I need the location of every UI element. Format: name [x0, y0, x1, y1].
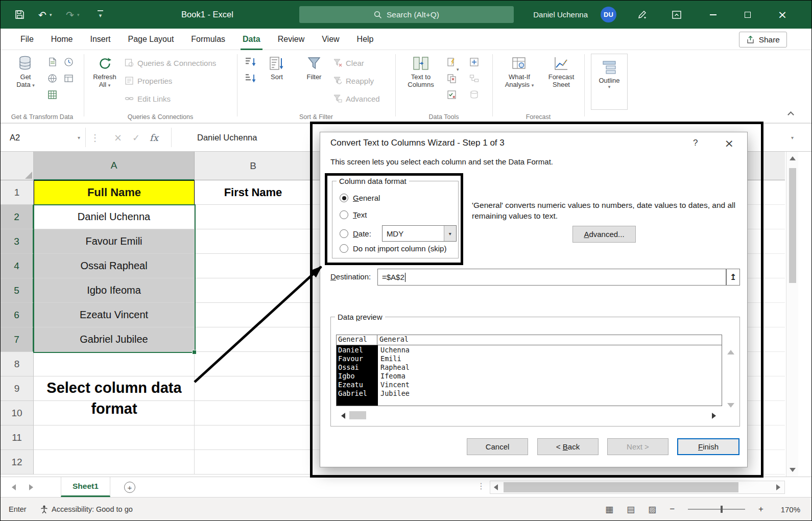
sort-button[interactable]: Sort	[262, 54, 292, 81]
horizontal-scrollbar[interactable]	[490, 481, 785, 494]
preview-scroll-down-icon[interactable]	[727, 403, 734, 408]
cell-a8[interactable]	[34, 352, 195, 376]
cell-b9[interactable]	[195, 376, 312, 401]
scroll-up-icon[interactable]	[790, 156, 796, 160]
select-all-corner[interactable]	[1, 152, 34, 180]
row-header-11[interactable]: 11	[1, 425, 34, 450]
zoom-in-button[interactable]: +	[758, 504, 763, 514]
cell-a11[interactable]	[34, 425, 195, 450]
cell-a1[interactable]: Full Name	[34, 180, 195, 205]
clear-filter-item[interactable]: Clear	[333, 56, 364, 69]
tab-formulas[interactable]: Formulas	[182, 29, 234, 50]
cell-a4[interactable]: Ossai Rapheal	[34, 254, 195, 278]
data-validation-dropdown-icon[interactable]: ▾	[457, 63, 459, 76]
zoom-level[interactable]: 170%	[777, 505, 800, 514]
radio-skip-column[interactable]: Do not import column (skip)	[340, 244, 446, 253]
properties-item[interactable]: Properties	[125, 74, 172, 87]
save-icon[interactable]	[15, 1, 25, 29]
cell-b12[interactable]	[195, 450, 312, 475]
row-header-4[interactable]: 4	[1, 254, 34, 278]
from-text-csv-icon[interactable]	[45, 55, 59, 68]
text-to-columns-button[interactable]: Text to Columns	[402, 54, 440, 88]
row-header-2[interactable]: 2	[1, 205, 34, 229]
existing-connections-icon[interactable]	[62, 72, 75, 85]
sort-descending-icon[interactable]	[244, 72, 257, 85]
cell-a12[interactable]	[34, 450, 195, 475]
normal-view-icon[interactable]: ▦	[605, 504, 613, 514]
vertical-scroll-thumb[interactable]	[789, 168, 796, 283]
preview-col2-header[interactable]: General	[377, 335, 722, 345]
manage-data-model-icon[interactable]	[467, 88, 481, 101]
date-format-select[interactable]: MDY ▾	[382, 225, 457, 242]
reapply-filter-item[interactable]: Reapply	[333, 74, 374, 87]
preview-hscroll-thumb[interactable]	[349, 411, 366, 419]
data-validation-icon[interactable]	[445, 88, 458, 101]
cell-b8[interactable]	[195, 352, 312, 376]
tab-data[interactable]: Data	[234, 29, 269, 50]
row-header-5[interactable]: 5	[1, 278, 34, 303]
preview-scroll-left-icon[interactable]	[341, 413, 345, 419]
collapse-ribbon-icon[interactable]	[787, 111, 794, 118]
cell-b7[interactable]	[195, 327, 312, 352]
accessibility-status[interactable]: Accessibility: Good to go	[40, 505, 133, 514]
sheet-nav-right-icon[interactable]	[29, 484, 33, 490]
column-header-a[interactable]: A	[34, 152, 195, 180]
advanced-filter-item[interactable]: Advanced	[333, 92, 380, 105]
destination-input[interactable]: =$A$2	[377, 269, 726, 286]
zoom-slider[interactable]	[688, 506, 745, 513]
cell-b3[interactable]	[195, 229, 312, 254]
cell-a5[interactable]: Igbo Ifeoma	[34, 278, 195, 303]
name-box[interactable]: A2 ▾	[1, 124, 85, 151]
back-button[interactable]: < Back	[537, 438, 599, 455]
undo-icon[interactable]: ↶	[38, 1, 46, 29]
queries-connections-item[interactable]: Queries & Connections	[125, 56, 216, 69]
from-table-range-icon[interactable]	[45, 88, 59, 101]
forecast-sheet-button[interactable]: Forecast Sheet	[543, 54, 580, 88]
fill-handle[interactable]	[192, 350, 197, 354]
expand-formula-bar-icon[interactable]: ▾	[791, 124, 794, 151]
tab-scrollbar-splitter-icon[interactable]: ⋮	[477, 481, 485, 491]
confirm-entry-icon[interactable]: ✓	[132, 124, 140, 151]
filter-button[interactable]: Filter	[300, 54, 328, 81]
tab-page-layout[interactable]: Page Layout	[119, 29, 182, 50]
formula-content[interactable]: Daniel Uchenna	[197, 124, 257, 151]
tab-home[interactable]: Home	[42, 29, 82, 50]
undo-dropdown-icon[interactable]: ▾	[50, 1, 52, 29]
preview-scroll-right-icon[interactable]	[712, 413, 716, 419]
date-format-dropdown-icon[interactable]: ▾	[444, 226, 456, 241]
search-box[interactable]: Search (Alt+Q)	[299, 6, 514, 23]
radio-text[interactable]: Text	[340, 210, 367, 219]
cell-b1[interactable]: First Name	[195, 180, 312, 205]
preview-col1-selected[interactable]: Daniel Favour Ossai Igbo Ezeatu Gabriel	[337, 345, 378, 406]
hscroll-left-icon[interactable]	[494, 484, 498, 490]
zoom-slider-thumb[interactable]	[721, 506, 723, 513]
avatar[interactable]: DU	[601, 7, 616, 22]
row-header-6[interactable]: 6	[1, 303, 34, 327]
refresh-all-button[interactable]: Refresh All ▾	[88, 54, 121, 88]
row-header-1[interactable]: 1	[1, 180, 34, 205]
cell-a2[interactable]: Daniel Uchenna	[34, 205, 195, 229]
vertical-scrollbar[interactable]	[786, 152, 798, 477]
zoom-out-button[interactable]: −	[670, 504, 675, 514]
redo-icon[interactable]: ↷	[66, 1, 74, 29]
relationships-icon[interactable]	[467, 72, 481, 85]
cell-b2[interactable]	[195, 205, 312, 229]
preview-col2[interactable]: Uchenna Emili Rapheal Ifeoma Vincent Jub…	[378, 345, 722, 406]
cell-b10[interactable]	[195, 401, 312, 425]
row-header-12[interactable]: 12	[1, 450, 34, 475]
tab-help[interactable]: Help	[348, 29, 383, 50]
new-sheet-button[interactable]: +	[124, 482, 135, 493]
name-box-splitter-icon[interactable]: ⋮	[90, 124, 100, 151]
from-web-icon[interactable]	[45, 72, 59, 85]
tab-review[interactable]: Review	[269, 29, 313, 50]
hscroll-right-icon[interactable]	[776, 484, 780, 490]
maximize-button[interactable]	[736, 1, 759, 29]
collapse-dialog-range-button[interactable]: ↥	[726, 269, 740, 286]
page-break-view-icon[interactable]: ▨	[648, 504, 656, 514]
edit-links-item[interactable]: Edit Links	[125, 92, 171, 105]
user-name[interactable]: Daniel Uchenna	[521, 1, 588, 29]
scroll-down-icon[interactable]	[790, 468, 796, 472]
row-header-7[interactable]: 7	[1, 327, 34, 352]
cell-a6[interactable]: Ezeatu Vincent	[34, 303, 195, 327]
cell-b5[interactable]	[195, 278, 312, 303]
